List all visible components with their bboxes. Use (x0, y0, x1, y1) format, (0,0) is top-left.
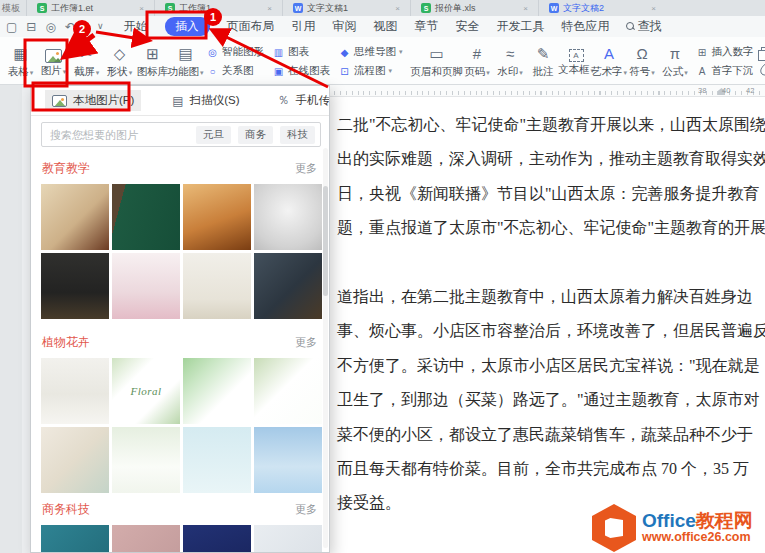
ribbon-button-符号[interactable]: Ω符号▾ (626, 39, 659, 84)
more-link[interactable]: 更多 (295, 502, 317, 517)
ribbon-button-文本框[interactable]: A文本框▾ (560, 39, 593, 84)
thumbnail-white-wood-book[interactable] (183, 253, 251, 319)
document-tab[interactable]: W文字文稿2× (538, 0, 666, 16)
relation-icon: ○ (206, 66, 219, 77)
document-tab[interactable]: W文字文稿1× (282, 0, 410, 16)
ribbon-button-形状[interactable]: ◇形状▾ (103, 39, 136, 84)
ribbon-item-首字下沉[interactable]: A首字下沉 (692, 63, 758, 79)
ribbon-item-思维导图[interactable]: ◆思维导图▾ (334, 44, 407, 60)
thumbnail-olive-branch-sky[interactable] (254, 427, 322, 493)
search-tag-商务[interactable]: 商务 (238, 126, 273, 144)
ribbon-button-图片[interactable]: 图片▾ (37, 39, 70, 84)
thumbnail-teal-plant-pot[interactable] (41, 427, 109, 493)
menu-tab-开发工具[interactable]: 开发工具 (497, 18, 545, 35)
ribbon-button-公式[interactable]: π公式▾ (659, 39, 692, 84)
dropdown-item-本地图片(P)[interactable]: 本地图片(P) (45, 90, 141, 111)
menu-bar: ▢ ⊟ ◎ ↶ ▾ ∨ 开始插入页面布局引用审阅视图章节安全开发工具特色应用 查… (0, 16, 765, 37)
menu-tab-视图[interactable]: 视图 (374, 18, 398, 35)
undo-dropdown-icon[interactable]: ▾ (84, 23, 88, 31)
find-control[interactable]: 查找 (626, 18, 662, 35)
menu-tab-插入[interactable]: 插入 (165, 17, 210, 36)
thumbnail-green-leaves-white[interactable] (112, 427, 180, 493)
category-header: 植物花卉更多 (31, 332, 329, 352)
ribbon-item-插入数字[interactable]: ⊞插入数字 (692, 44, 758, 60)
ribbon-item-图表[interactable]: ▥图表 (268, 44, 334, 60)
tab-close-icon[interactable]: × (139, 4, 144, 13)
menu-tab-特色应用[interactable]: 特色应用 (562, 18, 610, 35)
search-tag-元旦[interactable]: 元旦 (196, 126, 231, 144)
document-tab[interactable]: S工作簿1× (154, 0, 282, 16)
thumbnail-floral-watercolor[interactable]: Floral (112, 358, 180, 424)
menu-tab-开始[interactable]: 开始 (124, 18, 148, 35)
ribbon-button-页码[interactable]: #页码▾ (461, 39, 494, 84)
thumbnail-green-clover[interactable] (183, 358, 251, 424)
thumbnail-teal-network-dots[interactable] (41, 525, 109, 553)
ribbon-button-页眉和页脚[interactable]: ▭页眉和页脚 (413, 39, 461, 84)
sun-shape (56, 52, 59, 55)
save-icon[interactable]: ▢ (6, 21, 17, 33)
horizontal-ruler[interactable]: 38 40 42 (330, 85, 765, 97)
thumbnail-pink-science-beaker[interactable] (112, 253, 180, 319)
thumbnail-green-chalkboard-books[interactable] (112, 184, 180, 250)
ruler-number: 38 (698, 86, 706, 95)
document-tab[interactable]: S报价单.xls× (410, 0, 538, 16)
tab-close-icon[interactable]: × (651, 4, 656, 13)
thumbnail-blackboard-old-books[interactable] (254, 253, 322, 319)
menu-tab-审阅[interactable]: 审阅 (333, 18, 357, 35)
logo-url: www.office26.com (642, 531, 753, 544)
ribbon-button-批注[interactable]: ✎批注 (527, 39, 560, 84)
tab-close-icon[interactable]: × (395, 4, 400, 13)
templates-tab-partial[interactable]: 模板 (0, 2, 26, 15)
tab-close-icon[interactable]: × (267, 4, 272, 13)
undo-icon[interactable]: ↶ (65, 21, 75, 33)
ribbon-item-流程图[interactable]: ⊡流程图▾ (334, 63, 407, 79)
thumbnail-pale-blue-leaves[interactable] (183, 427, 251, 493)
ribbon-button-艺术字[interactable]: A艺术字▾ (593, 39, 626, 84)
document-tab[interactable]: S工作簿1.et× (26, 0, 154, 16)
picture-search-input[interactable] (50, 129, 189, 141)
panel-scrollbar[interactable] (323, 148, 328, 548)
ribbon-item-label: 插入数字 (712, 45, 754, 59)
dropdown-item-扫描仪(S)[interactable]: ▤扫描仪(S) (165, 90, 246, 111)
thumbnail-lightbulb-sketch-book[interactable] (254, 184, 322, 250)
online-chart-icon: ▣ (272, 66, 285, 77)
ribbon-button-功能图[interactable]: ▤功能图▾ (169, 39, 202, 84)
print-icon[interactable]: ⊟ (26, 21, 36, 33)
thumbnail-light-tech[interactable] (254, 525, 322, 553)
document-text[interactable]: 二批"不忘初心、牢记使命"主题教育开展以来，山西太原围绕出的实际难题，深入调研，… (337, 108, 761, 521)
menu-tab-章节[interactable]: 章节 (415, 18, 439, 35)
category-title: 商务科技 (42, 501, 90, 518)
search-icon (626, 22, 635, 31)
tab-close-icon[interactable]: × (523, 4, 528, 13)
ribbon-button-表格[interactable]: ▦表格▾ (4, 39, 37, 84)
print-preview-icon[interactable]: ◎ (45, 21, 55, 33)
ribbon-item-在线图表[interactable]: ▣在线图表 (268, 63, 334, 79)
scrollbar-thumb[interactable] (323, 186, 328, 296)
ribbon-button-水印[interactable]: ≈水印▾ (494, 39, 527, 84)
picture-search-box[interactable]: 元旦商务科技 (41, 122, 321, 147)
new-window-icon[interactable] (761, 47, 765, 56)
thumbnail-dark-chalkboard-open-book[interactable] (41, 253, 109, 319)
office-logo-icon (592, 504, 636, 552)
document-tab-label: 文字文稿1 (307, 2, 348, 15)
search-tag-科技[interactable]: 科技 (280, 126, 315, 144)
thumbnail-parchment-quill[interactable] (41, 184, 109, 250)
attachment-icon[interactable] (758, 61, 765, 77)
menu-tab-页面布局[interactable]: 页面布局 (227, 18, 275, 35)
more-link[interactable]: 更多 (295, 161, 317, 176)
dropdown-item-label: 扫描仪(S) (190, 93, 240, 108)
ribbon-item-智能图形[interactable]: ◎智能图形 (202, 44, 268, 60)
ribbon-button-截屏[interactable]: ✂截屏▾ (70, 39, 103, 84)
thumbnail-pink-particles[interactable] (112, 525, 180, 553)
menu-tab-引用[interactable]: 引用 (292, 18, 316, 35)
thumbnail-eucalyptus-vase[interactable] (41, 358, 109, 424)
menu-tab-安全[interactable]: 安全 (456, 18, 480, 35)
more-link[interactable]: 更多 (295, 335, 317, 350)
thumbnail-sunset-pen[interactable] (183, 184, 251, 250)
ribbon-item-关系图[interactable]: ○关系图 (202, 63, 268, 79)
dropdown-item-手机传图(M)[interactable]: ％手机传图(M) (271, 89, 330, 112)
thumbnail-big-data-navy[interactable]: BIG DATA (183, 525, 251, 553)
collapse-ribbon-icon[interactable]: ∨ (97, 22, 104, 31)
ribbon-button-图标库[interactable]: ⊞图标库 (136, 39, 169, 84)
thumbnail-watercolor-leaf-border[interactable] (254, 358, 322, 424)
